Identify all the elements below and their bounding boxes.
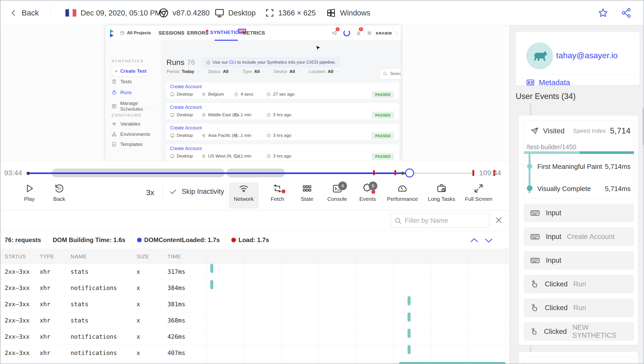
event-detail: Run (573, 304, 586, 312)
run-card[interactable]: Create Account Desktop US West (N. Cal..… (166, 144, 399, 161)
user-event-row[interactable]: Input (524, 251, 634, 270)
click-icon (530, 303, 539, 312)
fmp-row: First Meaningful Paint 5,714ms (537, 163, 631, 171)
replay-tab-synthetics[interactable]: SYNTHETICS (215, 25, 238, 41)
sidebar-scrollbar[interactable] (642, 108, 644, 145)
run-duration: 4 secs (234, 92, 253, 97)
filter-box[interactable] (391, 213, 489, 228)
play-icon (24, 183, 35, 194)
state-toggle[interactable]: State (292, 183, 323, 208)
user-event-row[interactable]: Clicked Run (524, 275, 634, 293)
cli-link[interactable]: CLI (229, 60, 236, 65)
visited-url[interactable]: /test-builder/1450 (527, 143, 576, 151)
back-10s-button[interactable]: 10 Back (44, 183, 75, 208)
sidebar-item-manage-schedules[interactable]: Manage Schedules (112, 101, 161, 112)
user-event-row[interactable]: Input Create Account (524, 227, 634, 246)
run-card[interactable]: Create Account Desktop Belgium (166, 82, 399, 99)
project-name: All Projects (127, 30, 151, 36)
sidebar-item-templates[interactable]: Templates (112, 142, 143, 147)
device-info: Desktop (214, 1, 256, 25)
fetch-toggle[interactable]: Fetch (262, 183, 293, 208)
create-test-button[interactable]: Create Test (111, 66, 150, 76)
run-name[interactable]: Create Account (166, 144, 399, 152)
error-marker (373, 170, 375, 175)
skip-inactivity-toggle[interactable]: Skip Inactivity (169, 188, 224, 196)
play-button[interactable]: Play (14, 183, 45, 208)
cell-time: 368ms (167, 312, 185, 329)
console-label: Console (327, 196, 347, 202)
full-screen-button[interactable]: Full Screen (458, 183, 499, 208)
network-request-row[interactable]: 2xx–3xx xhr stats x 317ms (1, 264, 510, 280)
notifications-button[interactable]: 13 (353, 25, 364, 41)
playhead[interactable] (405, 169, 414, 177)
settings-button[interactable] (364, 25, 375, 41)
user-menu[interactable]: KRAIEM (375, 25, 393, 41)
project-selector[interactable]: All Projects (118, 25, 158, 41)
network-request-row[interactable]: 2xx–3xx xhr notifications x 426ms (1, 329, 510, 345)
cell-type: xhr (40, 329, 50, 345)
sidebar-item-environments[interactable]: Environments (112, 131, 150, 137)
share-icon[interactable] (621, 7, 632, 18)
network-request-row[interactable]: 2xx–3xx xhr notifications x 407ms (1, 345, 510, 361)
filter-input[interactable] (405, 217, 479, 225)
sidebar-item-runs[interactable]: Runs (112, 90, 132, 95)
timeline-track[interactable] (28, 172, 505, 174)
player-timeline[interactable]: 93:44 109:44 (1, 161, 510, 181)
filter[interactable]: Period Today (167, 69, 199, 74)
cell-name: notifications (71, 280, 117, 296)
map-pin-icon (201, 133, 206, 138)
network-toggle[interactable]: Network (228, 183, 259, 208)
run-card[interactable]: Create Account Desktop Middle East (Ba..… (166, 103, 399, 120)
events-toggle[interactable]: 6 Events (352, 183, 383, 208)
replay-search-input[interactable] (390, 71, 401, 76)
announcements-button[interactable]: 1 (329, 25, 340, 41)
cell-type: xhr (40, 296, 50, 312)
resolution-label: 1366 × 625 (278, 9, 316, 17)
jump-up-icon[interactable] (469, 235, 480, 246)
filter[interactable]: Type All (242, 69, 265, 74)
network-request-row[interactable]: 2xx–3xx xhr stats x 381ms (1, 296, 510, 312)
close-icon[interactable] (494, 216, 503, 225)
performance-toggle[interactable]: Performance (382, 183, 423, 208)
kebab-menu[interactable]: ⋮ (393, 25, 401, 41)
events-badge: 6 (369, 181, 377, 190)
sidebar-item-variables[interactable]: Variables (112, 121, 140, 127)
replay-tab-errors[interactable]: ERRORS (190, 25, 205, 41)
speed-toggle[interactable]: 3x (142, 188, 159, 197)
stopwatch-icon (234, 154, 239, 159)
back-button[interactable]: Back (10, 1, 39, 25)
metadata-button[interactable]: Metadata (526, 78, 570, 87)
long-tasks-toggle[interactable]: Long Tasks (421, 183, 462, 208)
network-request-row[interactable]: 2xx–3xx xhr stats x 368ms (1, 312, 510, 329)
chevron-down-icon (231, 70, 234, 73)
load-dot (231, 238, 236, 242)
horizontal-scrollbar[interactable] (399, 362, 505, 364)
visited-event-card[interactable]: Visited Speed Index 5,714 /test-builder/… (524, 120, 634, 198)
filter[interactable]: Location All (309, 69, 338, 74)
filter[interactable]: Status All (208, 69, 234, 74)
run-card[interactable]: Create Account Desktop Asia Pacific (M..… (166, 124, 399, 140)
jump-down-icon[interactable] (483, 235, 494, 246)
replay-tab-metrics[interactable]: METRICS (245, 25, 262, 41)
replay-tab-sessions[interactable]: SESSIONS (163, 25, 180, 41)
user-email[interactable]: tahay@asayer.io (556, 51, 618, 60)
user-card: tahay@asayer.io Metadata (515, 31, 640, 86)
filter[interactable]: Device All (274, 69, 300, 74)
user-event-row[interactable]: Clicked NEW SYNTHETICS (524, 322, 634, 341)
col-time: TIME (167, 249, 181, 264)
replay-search-box[interactable] (379, 68, 401, 79)
fmp-label: First Meaningful Paint (537, 163, 602, 171)
run-name[interactable]: Create Account (166, 82, 399, 90)
user-event-row[interactable]: Input (524, 204, 634, 222)
network-request-row[interactable]: 2xx–3xx xhr notifications x 384ms (1, 280, 510, 296)
run-name[interactable]: Create Account (166, 124, 399, 131)
mouse-cursor (314, 45, 321, 52)
sidebar-item-tests[interactable]: Tests (112, 79, 132, 85)
console-toggle[interactable]: 4 Console (322, 183, 353, 208)
replay-canvas[interactable]: All Projects SESSIONS ERRORS SYNTHETICS … (105, 25, 401, 161)
run-name[interactable]: Create Account (166, 103, 399, 111)
map-pin-icon (201, 113, 206, 117)
favorite-star-icon[interactable] (598, 7, 608, 18)
sidebar-divider (110, 108, 156, 109)
user-event-row[interactable]: Clicked Run (524, 299, 634, 317)
